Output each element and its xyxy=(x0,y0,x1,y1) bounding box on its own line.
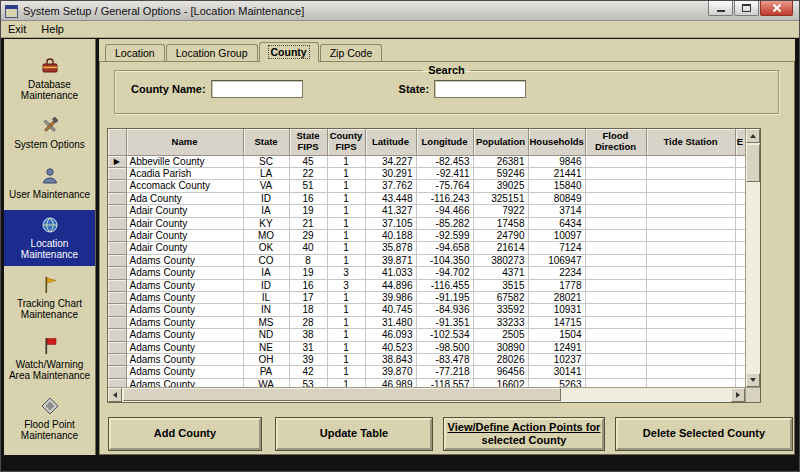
sidebar-item-label: Location Maintenance xyxy=(6,238,93,260)
tab-county[interactable]: County xyxy=(259,42,319,62)
table-row[interactable]: Adams CountyMS28131.480-91.3513323314715 xyxy=(108,316,745,328)
cell: 26381 xyxy=(473,155,528,167)
row-selector xyxy=(108,205,126,217)
sidebar-item-database-maintenance[interactable]: Database Maintenance xyxy=(4,51,95,107)
table-row[interactable]: Adams CountyID16344.896-116.45535151778 xyxy=(108,279,745,291)
column-header[interactable]: E xyxy=(735,129,745,155)
cell: Adams County xyxy=(126,316,243,328)
cell xyxy=(735,217,745,229)
table-row[interactable]: Adair CountyMO29140.188-92.5992479010097 xyxy=(108,229,745,241)
row-selector xyxy=(108,279,126,291)
cell: 29 xyxy=(289,229,327,241)
table-row[interactable]: Adams CountyIA19341.033-94.70243712234 xyxy=(108,267,745,279)
cell: 35.878 xyxy=(365,242,416,254)
scroll-up-button[interactable] xyxy=(746,129,760,143)
horizontal-scroll-thumb[interactable] xyxy=(123,388,561,401)
table-row[interactable]: ▶Abbeville CountySC45134.227-82.45326381… xyxy=(108,155,745,167)
sidebar-item-tracking-chart-maintenance[interactable]: Tracking Chart Maintenance xyxy=(4,270,95,326)
county-grid-viewport: NameStateState FIPSCounty FIPSLatitudeLo… xyxy=(108,129,745,387)
tab-location[interactable]: Location xyxy=(105,44,165,61)
column-header[interactable]: Latitude xyxy=(365,129,416,155)
scroll-right-button[interactable] xyxy=(731,388,745,402)
table-row[interactable]: Adams CountyWA53146.989-118.557166025263 xyxy=(108,378,745,387)
cell: 41.033 xyxy=(365,267,416,279)
table-row[interactable]: Acadia ParishLA22130.291-92.411592462144… xyxy=(108,167,745,179)
cell xyxy=(735,180,745,192)
button-row: Add CountyUpdate TableView/Define Action… xyxy=(100,418,794,450)
table-row[interactable]: Adams CountyIL17139.986-91.1956758228021 xyxy=(108,291,745,303)
scroll-left-button[interactable] xyxy=(108,388,122,402)
sidebar-item-user-maintenance[interactable]: User Maintenance xyxy=(4,161,95,206)
cell: KY xyxy=(243,217,289,229)
menu-exit[interactable]: Exit xyxy=(8,23,26,35)
horizontal-scrollbar[interactable] xyxy=(108,387,745,402)
cell xyxy=(585,341,646,353)
update-table-button[interactable]: Update Table xyxy=(276,418,432,450)
cell: 3515 xyxy=(473,279,528,291)
vertical-scroll-thumb[interactable] xyxy=(746,144,760,182)
button-label: Delete Selected County xyxy=(643,427,765,440)
close-button[interactable] xyxy=(760,1,793,16)
cell xyxy=(646,279,735,291)
column-header[interactable]: Tide Station xyxy=(646,129,735,155)
column-header[interactable] xyxy=(108,129,126,155)
cell: 41.327 xyxy=(365,205,416,217)
table-row[interactable]: Adair CountyOK40135.878-94.658216147124 xyxy=(108,242,745,254)
table-row[interactable]: Accomack CountyVA51137.762-75.7643902515… xyxy=(108,180,745,192)
sidebar-item-label: Database Maintenance xyxy=(6,79,93,101)
cell: 38.843 xyxy=(365,354,416,366)
cell: 31.480 xyxy=(365,316,416,328)
sidebar-item-location-maintenance[interactable]: Location Maintenance xyxy=(4,210,95,266)
cell: 7124 xyxy=(528,242,585,254)
table-row[interactable]: Adams CountyND38146.093-102.53425051504 xyxy=(108,329,745,341)
tab-zip-code[interactable]: Zip Code xyxy=(320,44,383,61)
column-header[interactable]: State xyxy=(243,129,289,155)
cell: Abbeville County xyxy=(126,155,243,167)
table-row[interactable]: Adams CountyIN18140.745-84.9363359210931 xyxy=(108,304,745,316)
sidebar-item-flood-point-maintenance[interactable]: Flood Point Maintenance xyxy=(4,391,95,447)
county-name-input[interactable] xyxy=(211,80,303,98)
table-row[interactable]: Adair CountyKY21137.105-85.282174586434 xyxy=(108,217,745,229)
cell: 43.448 xyxy=(365,192,416,204)
table-row[interactable]: Adair CountyIA19141.327-94.46679223714 xyxy=(108,205,745,217)
column-header[interactable]: Longitude xyxy=(416,129,473,155)
app-window: System Setup / General Options - [Locati… xyxy=(0,0,800,472)
minimize-button[interactable] xyxy=(708,1,733,16)
sidebar-item-system-options[interactable]: System Options xyxy=(4,111,95,156)
column-header[interactable]: Population xyxy=(473,129,528,155)
table-row[interactable]: Adams CountyCO8139.871-104.3503802731069… xyxy=(108,254,745,266)
column-header[interactable]: Flood Direction xyxy=(585,129,646,155)
cell xyxy=(646,229,735,241)
table-row[interactable]: Adams CountyOH39138.843-83.4782802610237 xyxy=(108,354,745,366)
cell: Adams County xyxy=(126,254,243,266)
column-header[interactable]: Name xyxy=(126,129,243,155)
maximize-button[interactable] xyxy=(734,1,759,16)
add-county-button[interactable]: Add County xyxy=(109,418,261,450)
table-row[interactable]: Adams CountyNE31140.523-98.5003089012491 xyxy=(108,341,745,353)
tab-location-group[interactable]: Location Group xyxy=(166,44,258,61)
column-header[interactable]: State FIPS xyxy=(289,129,327,155)
cell: 1 xyxy=(327,354,365,366)
county-tab-panel: Search County Name: State: NameStateStat… xyxy=(99,61,795,455)
cell: 17458 xyxy=(473,217,528,229)
state-input[interactable] xyxy=(434,80,526,98)
cell: IA xyxy=(243,205,289,217)
view-define-action-points-button[interactable]: View/Define Action Points forselected Co… xyxy=(444,418,604,450)
cell: 1778 xyxy=(528,279,585,291)
county-name-label: County Name: xyxy=(131,83,206,95)
column-header[interactable]: County FIPS xyxy=(327,129,365,155)
menu-help[interactable]: Help xyxy=(41,23,64,35)
scroll-down-button[interactable] xyxy=(746,373,760,387)
delete-selected-county-button[interactable]: Delete Selected County xyxy=(616,418,792,450)
cell: -94.658 xyxy=(416,242,473,254)
cell: SC xyxy=(243,155,289,167)
table-row[interactable]: Ada CountyID16143.448-116.24332515180849 xyxy=(108,192,745,204)
cell: 3714 xyxy=(528,205,585,217)
column-header[interactable]: Households xyxy=(528,129,585,155)
vertical-scrollbar[interactable] xyxy=(745,129,760,387)
table-row[interactable]: Adams CountyPA42139.870-77.2189645630141 xyxy=(108,366,745,378)
cell: Adams County xyxy=(126,267,243,279)
cell: 37.105 xyxy=(365,217,416,229)
sidebar-item-watch-warning-area-maintenance[interactable]: Watch/Warning Area Maintenance xyxy=(4,331,95,387)
cell xyxy=(646,354,735,366)
